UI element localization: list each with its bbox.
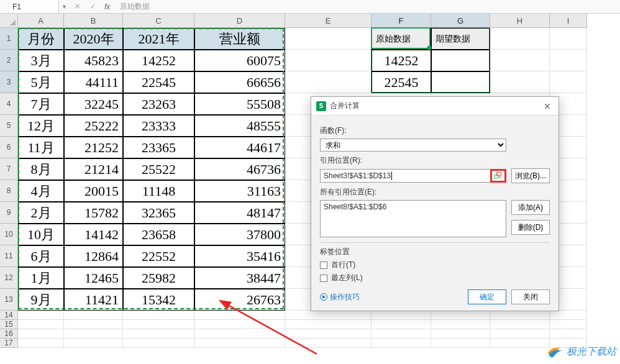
cell[interactable]: 2月: [18, 202, 64, 224]
cell[interactable]: [64, 339, 123, 348]
row-header-4[interactable]: 4: [0, 93, 18, 115]
cell[interactable]: [285, 311, 372, 320]
cell[interactable]: [123, 339, 194, 348]
row-header-12[interactable]: 12: [0, 267, 18, 289]
cell[interactable]: 2020年: [64, 28, 123, 50]
cell[interactable]: 9月: [18, 289, 64, 311]
cell[interactable]: 22545: [372, 71, 431, 93]
row-header-5[interactable]: 5: [0, 115, 18, 137]
cell[interactable]: [18, 339, 64, 348]
cell[interactable]: 月份: [18, 28, 64, 50]
cell[interactable]: [372, 320, 431, 329]
cell[interactable]: 38447: [194, 267, 285, 289]
cell[interactable]: 22545: [123, 71, 194, 93]
cell[interactable]: [490, 329, 550, 339]
cell[interactable]: 26763: [194, 289, 285, 311]
cell[interactable]: [18, 311, 64, 320]
cell[interactable]: 11148: [123, 180, 194, 202]
cell[interactable]: 66656: [194, 71, 285, 93]
cell[interactable]: 25222: [64, 115, 123, 137]
cell[interactable]: 48147: [194, 202, 285, 224]
cell[interactable]: 37800: [194, 224, 285, 245]
cell[interactable]: 12465: [64, 267, 123, 289]
cell[interactable]: 1月: [18, 267, 64, 289]
cell[interactable]: 35416: [194, 245, 285, 267]
cell[interactable]: [123, 320, 194, 329]
all-references-listbox[interactable]: Sheet8!$A$1:$D$6: [320, 200, 506, 237]
cell[interactable]: 14142: [64, 224, 123, 245]
cell[interactable]: 15782: [64, 202, 123, 224]
browse-button[interactable]: 浏览(B)...: [511, 168, 550, 183]
row-header-13[interactable]: 13: [0, 289, 18, 311]
name-box[interactable]: F1: [9, 1, 59, 13]
reference-input[interactable]: Sheet3!$A$1:$D$13: [320, 169, 506, 183]
cell[interactable]: 12月: [18, 115, 64, 137]
cell[interactable]: 25982: [123, 267, 194, 289]
cell[interactable]: 15342: [123, 289, 194, 311]
close-button[interactable]: 关闭: [511, 289, 550, 304]
cell[interactable]: 14252: [123, 50, 194, 71]
row-header-10[interactable]: 10: [0, 224, 18, 245]
cell[interactable]: 8月: [18, 158, 64, 180]
row-header-9[interactable]: 9: [0, 202, 18, 224]
cell[interactable]: 3月: [18, 50, 64, 71]
cell[interactable]: [194, 320, 285, 329]
cell[interactable]: [285, 320, 372, 329]
cell[interactable]: [431, 329, 490, 339]
ok-button[interactable]: 确定: [468, 289, 506, 304]
cell[interactable]: [194, 311, 285, 320]
cell[interactable]: [285, 71, 372, 93]
cell[interactable]: 21214: [64, 158, 123, 180]
cell[interactable]: 12864: [64, 245, 123, 267]
row-header-2[interactable]: 2: [0, 50, 18, 71]
cell[interactable]: [550, 71, 587, 93]
cell[interactable]: 11月: [18, 137, 64, 158]
function-select[interactable]: 求和: [320, 139, 506, 152]
range-picker-button[interactable]: [490, 169, 506, 183]
cell[interactable]: [123, 329, 194, 339]
select-all-corner[interactable]: [0, 14, 18, 28]
cell[interactable]: [64, 329, 123, 339]
add-button[interactable]: 添加(A): [511, 200, 550, 215]
tips-link[interactable]: 操作技巧: [320, 292, 360, 303]
row-header-8[interactable]: 8: [0, 180, 18, 202]
column-header-D[interactable]: D: [194, 14, 285, 28]
delete-button[interactable]: 删除(D): [511, 220, 550, 235]
cell[interactable]: 5月: [18, 71, 64, 93]
cell[interactable]: [431, 339, 490, 348]
cell[interactable]: [64, 320, 123, 329]
cell[interactable]: [372, 329, 431, 339]
cell[interactable]: [64, 311, 123, 320]
cell[interactable]: [490, 311, 550, 320]
cell[interactable]: 44617: [194, 137, 285, 158]
cell[interactable]: [431, 320, 490, 329]
column-header-C[interactable]: C: [123, 14, 194, 28]
column-header-A[interactable]: A: [18, 14, 64, 28]
cell[interactable]: [490, 50, 550, 71]
cell[interactable]: [285, 28, 372, 50]
cell[interactable]: [550, 50, 587, 71]
cell[interactable]: 23333: [123, 115, 194, 137]
cell[interactable]: [372, 311, 431, 320]
cell[interactable]: [490, 71, 550, 93]
cell[interactable]: [550, 329, 587, 339]
cell[interactable]: 10月: [18, 224, 64, 245]
row-header-17[interactable]: 17: [0, 339, 18, 348]
cell[interactable]: [194, 339, 285, 348]
cell[interactable]: 46736: [194, 158, 285, 180]
row-header-15[interactable]: 15: [0, 320, 18, 329]
cell[interactable]: [431, 311, 490, 320]
cell[interactable]: 4月: [18, 180, 64, 202]
list-item[interactable]: Sheet8!$A$1:$D$6: [324, 202, 503, 211]
row-header-6[interactable]: 6: [0, 137, 18, 158]
column-header-H[interactable]: H: [490, 14, 550, 28]
cell[interactable]: [18, 320, 64, 329]
cell[interactable]: [431, 71, 490, 93]
column-header-B[interactable]: B: [64, 14, 123, 28]
cell[interactable]: 20015: [64, 180, 123, 202]
row-header-3[interactable]: 3: [0, 71, 18, 93]
cell[interactable]: [372, 339, 431, 348]
cell[interactable]: 营业额: [194, 28, 285, 50]
cell[interactable]: 21252: [64, 137, 123, 158]
cell[interactable]: [123, 311, 194, 320]
